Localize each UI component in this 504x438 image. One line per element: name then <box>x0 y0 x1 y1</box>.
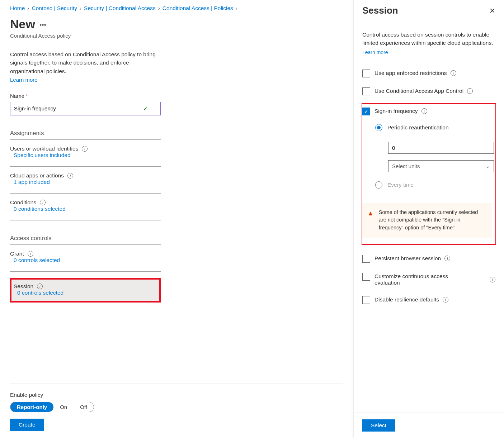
conditions-value[interactable]: 0 conditions selected <box>10 206 66 212</box>
session-side-panel: Session ✕ Control access based on sessio… <box>353 0 504 438</box>
chevron-right-icon: › <box>27 5 29 11</box>
frequency-value-input[interactable] <box>388 142 494 154</box>
assignments-heading: Assignments <box>10 130 161 140</box>
enable-policy-toggle[interactable]: Report-only On Off <box>10 402 94 412</box>
apps-row[interactable]: Cloud apps or actions i 1 app included <box>10 167 161 187</box>
radio-every-time[interactable] <box>375 181 382 189</box>
apps-label: Cloud apps or actions <box>10 172 64 179</box>
panel-description: Control access based on session controls… <box>362 30 495 47</box>
info-icon[interactable]: i <box>40 200 46 205</box>
users-value[interactable]: Specific users included <box>10 152 71 158</box>
page-title: New <box>10 17 35 31</box>
grant-label: Grant <box>10 251 24 257</box>
signin-frequency-label: Sign-in frequency <box>375 108 418 114</box>
chevron-down-icon: ⌄ <box>486 163 490 169</box>
chevron-right-icon: › <box>236 5 237 11</box>
session-value[interactable]: 0 controls selected <box>14 290 63 296</box>
info-icon[interactable]: i <box>467 88 473 94</box>
chevron-right-icon: › <box>158 5 160 11</box>
more-actions-icon[interactable]: ••• <box>39 17 46 29</box>
info-icon[interactable]: i <box>451 70 456 76</box>
grant-row[interactable]: Grant i 0 controls selected <box>10 245 161 266</box>
breadcrumb-security-ca[interactable]: Security | Conditional Access <box>84 5 156 11</box>
access-controls-heading: Access controls <box>10 235 161 245</box>
checkmark-icon: ✓ <box>143 105 148 113</box>
name-label: Name* <box>10 93 343 99</box>
create-button[interactable]: Create <box>10 419 44 431</box>
checkbox-persistent-browser[interactable] <box>362 255 370 263</box>
info-icon[interactable]: i <box>28 251 33 257</box>
radio-periodic[interactable] <box>375 124 382 131</box>
breadcrumb: Home › Contoso | Security › Security | C… <box>10 5 343 11</box>
enable-policy-label: Enable policy <box>10 392 343 398</box>
breadcrumb-home[interactable]: Home <box>10 5 25 11</box>
breadcrumb-contoso-security[interactable]: Contoso | Security <box>32 5 77 11</box>
chevron-right-icon: › <box>80 5 81 11</box>
toggle-report-only[interactable]: Report-only <box>10 402 53 412</box>
name-input[interactable] <box>14 105 143 111</box>
grant-value[interactable]: 0 controls selected <box>10 257 60 263</box>
warning-icon: ▲ <box>367 209 374 232</box>
info-icon[interactable]: i <box>67 173 73 178</box>
intro-text: Control access based on Conditional Acce… <box>10 50 161 75</box>
warning-text: Some of the applications currently selec… <box>379 209 486 232</box>
panel-title: Session <box>362 5 398 16</box>
info-icon[interactable]: i <box>443 297 448 303</box>
units-placeholder: Select units <box>392 163 420 169</box>
learn-more-link[interactable]: Learn more <box>10 77 343 83</box>
panel-learn-more-link[interactable]: Learn more <box>362 49 388 55</box>
app-enforced-label: Use app enforced restrictions <box>375 70 447 76</box>
checkbox-app-enforced[interactable] <box>362 70 370 77</box>
conditions-row[interactable]: Conditions i 0 conditions selected <box>10 194 161 214</box>
checkbox-ca-app-control[interactable] <box>362 87 370 95</box>
conditions-label: Conditions <box>10 199 36 206</box>
breadcrumb-ca-policies[interactable]: Conditional Access | Policies <box>162 5 233 11</box>
persistent-browser-label: Persistent browser session <box>375 255 441 262</box>
footer: Enable policy Report-only On Off Create <box>10 384 343 431</box>
session-label: Session <box>14 283 33 290</box>
select-button[interactable]: Select <box>362 419 395 432</box>
info-icon[interactable]: i <box>444 256 450 261</box>
toggle-on[interactable]: On <box>53 402 74 412</box>
required-asterisk: * <box>26 93 28 99</box>
checkbox-cae[interactable] <box>362 273 370 281</box>
resilience-label: Disable resilience defaults <box>375 296 439 303</box>
users-label: Users or workload identities <box>10 146 78 152</box>
session-row[interactable]: Session i 0 controls selected <box>10 278 161 303</box>
info-icon[interactable]: i <box>421 108 427 114</box>
checkbox-resilience[interactable] <box>362 296 370 304</box>
signin-frequency-group: ✓ Sign-in frequency i Periodic reauthent… <box>362 103 496 245</box>
warning-box: ▲ Some of the applications currently sel… <box>362 203 492 238</box>
toggle-off[interactable]: Off <box>74 402 94 412</box>
users-row[interactable]: Users or workload identities i Specific … <box>10 140 161 161</box>
info-icon[interactable]: i <box>490 277 495 282</box>
name-input-wrapper: ✓ <box>10 102 161 115</box>
info-icon[interactable]: i <box>37 284 43 289</box>
checkbox-signin-frequency[interactable]: ✓ <box>362 108 370 115</box>
periodic-label: Periodic reauthentication <box>387 124 449 131</box>
close-icon[interactable]: ✕ <box>489 7 495 14</box>
every-time-label: Every time <box>387 182 414 188</box>
apps-value[interactable]: 1 app included <box>10 179 50 185</box>
units-select[interactable]: Select units ⌄ <box>388 160 494 172</box>
cae-label: Customize continuous access evaluation <box>375 273 461 286</box>
ca-app-control-label: Use Conditional Access App Control <box>375 88 463 94</box>
main-panel: Home › Contoso | Security › Security | C… <box>0 0 353 438</box>
page-subtitle: Conditional Access policy <box>10 33 343 39</box>
info-icon[interactable]: i <box>82 146 88 152</box>
